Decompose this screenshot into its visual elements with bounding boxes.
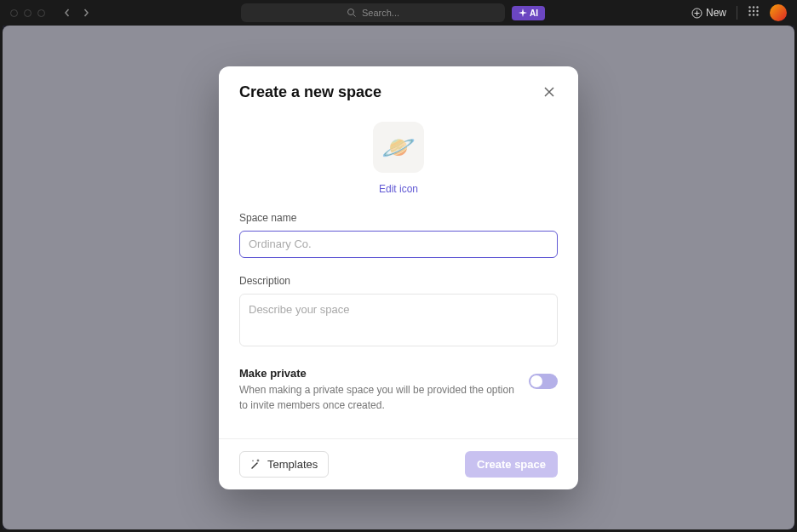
space-icon-preview[interactable]: 🪐 — [373, 122, 424, 173]
ai-button[interactable]: AI — [512, 6, 545, 20]
svg-point-7 — [756, 10, 758, 12]
create-space-button[interactable]: Create space — [465, 451, 558, 478]
privacy-row: Make private When making a private space… — [239, 367, 558, 438]
search-placeholder: Search... — [362, 8, 399, 18]
close-button[interactable] — [541, 83, 558, 100]
svg-point-8 — [748, 14, 750, 15]
description-input[interactable] — [239, 294, 558, 346]
forward-button[interactable] — [77, 4, 95, 21]
modal-title: Create a new space — [239, 83, 381, 101]
window-controls — [10, 9, 45, 17]
templates-label: Templates — [267, 458, 318, 471]
svg-point-2 — [748, 6, 750, 8]
space-name-label: Space name — [239, 212, 558, 224]
minimize-window-icon[interactable] — [24, 9, 32, 17]
nav-arrows — [59, 4, 95, 21]
wand-icon — [250, 458, 262, 470]
back-button[interactable] — [59, 4, 76, 21]
edit-icon-link[interactable]: Edit icon — [379, 183, 418, 195]
privacy-description: When making a private space you will be … — [239, 382, 515, 413]
new-label: New — [706, 7, 726, 19]
privacy-toggle[interactable] — [529, 374, 558, 389]
privacy-title: Make private — [239, 367, 515, 380]
new-button[interactable]: New — [691, 7, 726, 19]
modal-header: Create a new space — [219, 66, 578, 101]
svg-point-5 — [748, 10, 750, 12]
modal-footer: Templates Create space — [219, 438, 578, 489]
svg-point-9 — [753, 14, 754, 15]
search-input[interactable]: Search... — [241, 3, 505, 22]
svg-point-3 — [753, 6, 754, 8]
topbar: Search... AI New — [0, 0, 797, 26]
toggle-knob — [530, 375, 542, 387]
svg-point-0 — [347, 9, 353, 15]
search-icon — [347, 8, 357, 18]
description-label: Description — [239, 275, 558, 287]
templates-button[interactable]: Templates — [239, 451, 329, 478]
grid-icon — [748, 5, 760, 17]
divider — [737, 6, 737, 20]
plus-circle-icon — [691, 8, 702, 19]
main-area: Create a new space 🪐 Edit icon Space nam… — [3, 26, 794, 529]
close-window-icon[interactable] — [10, 9, 18, 17]
close-icon — [543, 86, 555, 98]
create-space-modal: Create a new space 🪐 Edit icon Space nam… — [219, 66, 578, 489]
maximize-window-icon[interactable] — [37, 9, 45, 17]
svg-point-4 — [756, 6, 758, 8]
modal-overlay[interactable]: Create a new space 🪐 Edit icon Space nam… — [3, 26, 794, 529]
apps-button[interactable] — [748, 5, 760, 20]
avatar[interactable] — [770, 4, 787, 21]
icon-section: 🪐 Edit icon — [219, 101, 578, 212]
svg-point-10 — [756, 14, 758, 15]
sparkle-icon — [519, 9, 527, 17]
planet-icon: 🪐 — [381, 131, 416, 163]
space-name-input[interactable] — [239, 231, 558, 258]
svg-point-6 — [753, 10, 754, 12]
ai-label: AI — [530, 9, 538, 18]
